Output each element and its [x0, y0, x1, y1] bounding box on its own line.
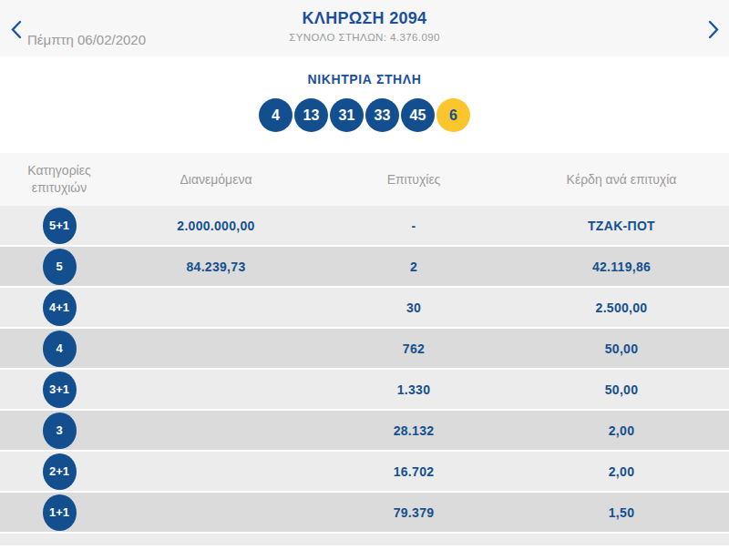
table-row: 2+1 16.702 2,00 [0, 452, 729, 493]
table-row: 3+1 1.330 50,00 [0, 370, 729, 411]
draw-date: Πέμπτη 06/02/2020 [27, 32, 146, 47]
winning-number-ball: 33 [365, 98, 399, 132]
results-table-header: Κατηγορίες επιτυχιών Διανεμόμενα Επιτυχί… [0, 153, 729, 206]
prize-cell: 2,00 [514, 464, 729, 479]
category-badge: 1+1 [43, 494, 77, 531]
winning-number-ball: 45 [401, 98, 435, 132]
table-row: 3 28.132 2,00 [0, 411, 729, 452]
winners-cell: 79.379 [313, 505, 514, 520]
chevron-right-icon [708, 20, 720, 39]
winners-cell: 30 [313, 300, 514, 315]
table-row: 4 762 50,00 [0, 329, 729, 370]
column-header-winners: Επιτυχίες [313, 171, 514, 188]
draw-title: ΚΛΗΡΩΣΗ 2094 [0, 0, 729, 28]
winners-cell: 1.330 [313, 382, 514, 397]
table-row: 5+1 2.000.000,00 - ΤΖΑΚ-ΠΟΤ [0, 206, 729, 247]
winning-numbers: 4 13 31 33 45 6 [0, 98, 729, 132]
prize-cell: ΤΖΑΚ-ΠΟΤ [514, 219, 729, 233]
category-badge: 5 [43, 249, 77, 285]
winning-number-ball: 13 [294, 98, 328, 132]
table-row: 4+1 30 2.500,00 [0, 288, 729, 329]
distributed-cell: 2.000.000,00 [118, 219, 313, 233]
table-row: 1+1 79.379 1,50 [0, 493, 729, 534]
draw-results-page: ΚΛΗΡΩΣΗ 2094 ΣΥΝΟΛΟ ΣΤΗΛΩΝ: 4.376.090 Πέ… [0, 0, 729, 560]
chevron-left-icon [10, 20, 22, 39]
category-badge: 2+1 [43, 453, 77, 490]
winning-number-ball: 31 [330, 98, 364, 132]
category-badge: 3 [43, 412, 77, 449]
category-badge: 4+1 [43, 290, 77, 326]
joker-number-ball: 6 [436, 98, 470, 132]
next-row-peek [0, 534, 729, 545]
results-table-body: 5+1 2.000.000,00 - ΤΖΑΚ-ΠΟΤ 5 84.239,73 … [0, 206, 729, 534]
distributed-cell: 84.239,73 [118, 260, 313, 274]
column-header-categories: Κατηγορίες επιτυχιών [14, 162, 105, 197]
category-badge: 5+1 [43, 208, 77, 244]
category-badge: 3+1 [43, 372, 77, 408]
winning-column-section: ΝΙΚΗΤΡΙΑ ΣΤΗΛΗ 4 13 31 33 45 6 [0, 56, 729, 153]
prize-cell: 50,00 [514, 382, 729, 397]
column-header-prize: Κέρδη ανά επιτυχία [514, 171, 729, 188]
winners-cell: 28.132 [313, 423, 514, 438]
previous-draw-button[interactable] [7, 19, 24, 39]
prize-cell: 50,00 [514, 341, 729, 356]
prize-cell: 42.119,86 [514, 260, 729, 274]
prize-cell: 2.500,00 [514, 300, 729, 315]
winners-cell: 762 [313, 341, 514, 356]
winning-number-ball: 4 [259, 98, 293, 132]
winning-column-title: ΝΙΚΗΤΡΙΑ ΣΤΗΛΗ [0, 56, 729, 87]
winners-cell: 2 [313, 260, 514, 274]
winners-cell: - [313, 219, 514, 233]
prize-cell: 1,50 [514, 505, 729, 520]
column-header-distributed: Διανεμόμενα [118, 171, 313, 188]
next-draw-button[interactable] [705, 19, 722, 39]
table-row: 5 84.239,73 2 42.119,86 [0, 247, 729, 288]
draw-header: ΚΛΗΡΩΣΗ 2094 ΣΥΝΟΛΟ ΣΤΗΛΩΝ: 4.376.090 Πέ… [0, 0, 729, 56]
category-badge: 4 [43, 331, 77, 367]
prize-cell: 2,00 [514, 423, 729, 438]
winners-cell: 16.702 [313, 464, 514, 479]
